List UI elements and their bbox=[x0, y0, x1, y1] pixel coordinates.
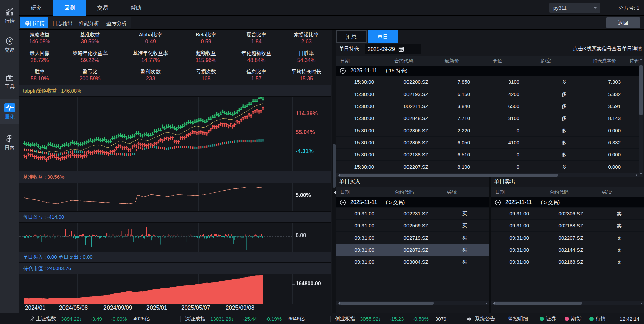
holdings-row[interactable]: 15:30:00002188.SZ6.5100多0.000 bbox=[336, 149, 639, 161]
daily-sells-title: 单日卖出 bbox=[491, 177, 642, 187]
feed-quotes[interactable]: 行情 bbox=[589, 313, 606, 324]
scrollbar-thumb[interactable] bbox=[639, 65, 643, 115]
index-chinext[interactable]: 创业板指 3055.92↓ -15.23 -0.50% 3079 bbox=[335, 313, 446, 324]
sidebar-item-label: 量化 bbox=[5, 114, 15, 120]
system-announcement[interactable]: 系统公告 bbox=[466, 313, 495, 324]
scroll-right-icon[interactable] bbox=[641, 302, 643, 305]
sidebar-item-tools[interactable]: 工具 bbox=[0, 69, 19, 94]
index-pct: -0.50% bbox=[413, 316, 429, 322]
feed-futures[interactable]: 期货 bbox=[565, 313, 581, 324]
col-header[interactable]: 日期 bbox=[336, 187, 380, 197]
buys-group-row[interactable]: 2025-11-11 ( 5 交易) bbox=[336, 197, 489, 208]
col-header[interactable]: 持仓市值 bbox=[625, 56, 639, 66]
holdings-row[interactable]: 15:30:00002211.SZ3.8406500多3.591 bbox=[336, 100, 639, 112]
market-value-chart-canvas[interactable] bbox=[19, 274, 331, 304]
monitor-detail[interactable]: 监控明细 bbox=[508, 313, 528, 324]
holdings-row[interactable]: 15:30:00002306.SZ2.2200多0.000 bbox=[336, 124, 639, 137]
tab-performance[interactable]: 性能分析 bbox=[75, 17, 103, 28]
back-button[interactable]: 返回 bbox=[606, 17, 640, 28]
date-picker[interactable]: 2025-09-29 bbox=[365, 44, 421, 54]
market-value-chart-title: 持仓市值 : 246083.76 bbox=[19, 263, 331, 274]
tab-log-output[interactable]: 日志输出 bbox=[48, 17, 77, 28]
scroll-right-icon[interactable] bbox=[636, 174, 639, 177]
nav-backtest[interactable]: 回测 bbox=[53, 0, 86, 16]
col-header[interactable]: 多/空 bbox=[522, 56, 569, 66]
tab-single-day[interactable]: 单日 bbox=[368, 30, 398, 43]
index-shanghai[interactable]: 上证指数 3894.22↓ -3.49 -0.09% 4025亿 bbox=[36, 313, 150, 324]
sidebar-item-market[interactable]: 行情 bbox=[0, 3, 19, 28]
trade-row[interactable]: 09:31:00002719.SZ买 bbox=[336, 232, 489, 244]
cell: 15:30:00 bbox=[336, 149, 377, 160]
benchmark-chart-canvas[interactable] bbox=[19, 183, 331, 211]
nav-help[interactable]: 帮助 bbox=[119, 0, 153, 16]
cell: 09:31:00 bbox=[491, 220, 535, 231]
buys-hscrollbar[interactable] bbox=[336, 301, 489, 305]
tab-pnl-analysis[interactable]: 盈亏分析 bbox=[102, 17, 131, 28]
col-header[interactable]: 日期 bbox=[336, 56, 377, 66]
col-header[interactable]: 最新价 bbox=[431, 56, 473, 66]
trade-row[interactable]: 09:31:00002168.SZ卖 bbox=[491, 256, 644, 268]
nav-trade[interactable]: 交易 bbox=[86, 0, 119, 16]
stat-item: 策略年化收益率59.22% bbox=[60, 48, 120, 67]
holdings-row[interactable]: 15:30:00002200.SZ7.8503100多7.303 bbox=[336, 76, 639, 88]
scroll-left-icon[interactable] bbox=[337, 302, 340, 305]
stat-item: 基准年化收益率14.77% bbox=[120, 48, 181, 67]
holdings-row[interactable]: 15:30:00002808.SZ6.0504100多6.332 bbox=[336, 137, 639, 149]
holdings-row[interactable]: 15:30:00002207.SZ8.1900多0.000 bbox=[336, 161, 639, 173]
col-header[interactable]: 日期 bbox=[491, 187, 535, 197]
col-header[interactable]: 合约代码 bbox=[535, 187, 587, 197]
scrollbar-thumb[interactable] bbox=[333, 144, 336, 188]
sidebar-item-intraday[interactable]: 日内 bbox=[0, 130, 19, 155]
col-header[interactable]: 合约代码 bbox=[380, 187, 432, 197]
scroll-right-icon[interactable] bbox=[486, 302, 488, 305]
sidebar-item-label: 工具 bbox=[5, 84, 15, 90]
cell: 002207.SZ bbox=[535, 232, 587, 244]
trade-row[interactable]: 09:31:00002188.SZ卖 bbox=[491, 220, 644, 232]
left-panel-scrollbar[interactable] bbox=[332, 30, 336, 313]
scroll-down-icon[interactable] bbox=[640, 173, 642, 176]
col-header[interactable]: 合约代码 bbox=[377, 56, 431, 66]
scroll-left-icon[interactable] bbox=[492, 302, 495, 305]
sells-group-row[interactable]: 2025-11-11 ( 5 交易) bbox=[491, 197, 644, 208]
trade-row[interactable]: 09:31:00002306.SZ卖 bbox=[491, 208, 644, 220]
sidebar-item-quant[interactable]: 量化 bbox=[0, 99, 19, 124]
daily-pnl-chart-canvas[interactable] bbox=[19, 223, 331, 252]
sidebar-item-trade[interactable]: ¥ 交易 bbox=[0, 32, 19, 57]
col-header[interactable]: 持仓成本价 bbox=[569, 56, 625, 66]
trade-row[interactable]: 09:31:00002144.SZ卖 bbox=[491, 244, 644, 256]
index-shenzhen[interactable]: 深证成指 13031.26↓ -25.44 -0.19% 6646亿 bbox=[185, 313, 305, 324]
strategy-chart-canvas[interactable] bbox=[19, 97, 331, 171]
trade-row[interactable]: 09:31:00002872.SZ买 bbox=[336, 244, 489, 256]
collapse-circle-icon bbox=[340, 68, 346, 74]
x-axis: 2024/012024/05/082024/09/092025/012025/0… bbox=[19, 304, 331, 313]
tab-daily-detail[interactable]: 每日详情 bbox=[20, 17, 49, 28]
trade-row[interactable]: 09:31:00002569.SZ买 bbox=[336, 220, 489, 232]
nav-research[interactable]: 研究 bbox=[19, 0, 53, 16]
cell: 09:31:00 bbox=[336, 220, 380, 231]
holdings-row[interactable]: 15:30:00002193.SZ6.1504200多5.332 bbox=[336, 88, 639, 100]
trade-row[interactable]: 09:31:00002231.SZ买 bbox=[336, 208, 489, 220]
pin-icon[interactable] bbox=[29, 316, 35, 322]
trade-row[interactable]: 09:31:00003004.SZ买 bbox=[336, 256, 489, 268]
scrollbar-thumb[interactable] bbox=[495, 302, 582, 305]
cell: 4100 bbox=[473, 137, 522, 148]
holdings-vscrollbar[interactable] bbox=[639, 56, 643, 177]
col-header[interactable]: 仓位 bbox=[473, 56, 522, 66]
tab-summary[interactable]: 汇总 bbox=[336, 30, 367, 43]
col-header[interactable]: 买/卖 bbox=[587, 187, 644, 197]
scroll-left-icon[interactable] bbox=[337, 174, 340, 177]
collapse-handle-icon[interactable] bbox=[332, 191, 336, 194]
scrollbar-thumb[interactable] bbox=[340, 174, 558, 177]
scrollbar-thumb[interactable] bbox=[340, 302, 434, 305]
feed-securities[interactable]: 证券 bbox=[540, 313, 556, 324]
trade-row[interactable]: 09:31:00002207.SZ卖 bbox=[491, 232, 644, 244]
sells-hscrollbar[interactable] bbox=[491, 301, 644, 305]
holdings-row[interactable]: 15:30:00002848.SZ7.7103100多8.143 bbox=[336, 112, 639, 124]
calendar-icon bbox=[398, 46, 404, 52]
scroll-up-icon[interactable] bbox=[640, 57, 642, 60]
col-header[interactable]: 买/卖 bbox=[432, 187, 489, 197]
cell: 4200 bbox=[473, 88, 522, 100]
holdings-group-row[interactable]: 2025-11-11 ( 15 持仓) bbox=[336, 66, 639, 76]
benchmark-chart-title: 基准收益 : 30.56% bbox=[19, 171, 331, 183]
env-select[interactable]: py311 bbox=[549, 3, 600, 13]
